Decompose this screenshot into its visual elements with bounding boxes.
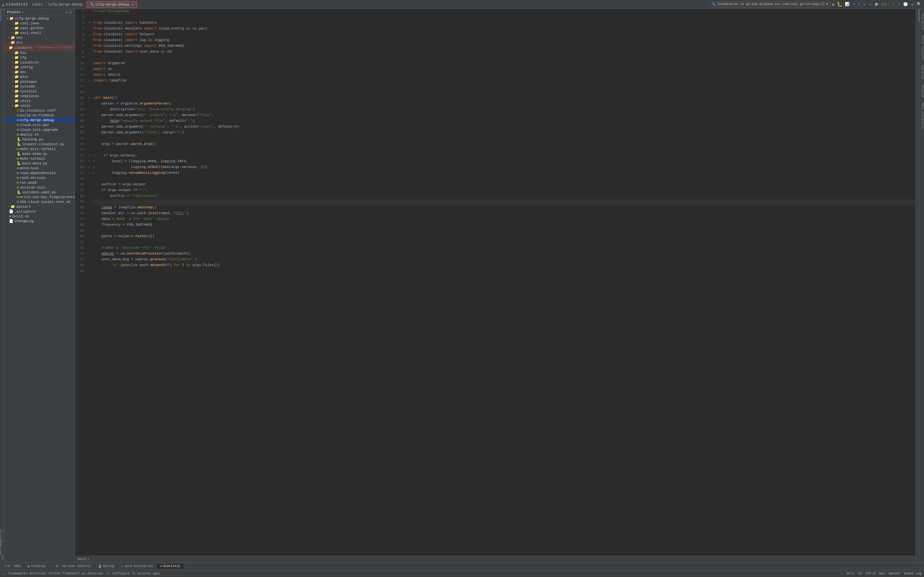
sidebar-item-validate-yaml-py-35[interactable]: 🐍 validate-yaml.py bbox=[5, 190, 75, 195]
sidebar-item-templates-15[interactable]: ▸ 📁 templates bbox=[5, 93, 75, 98]
line-gutter-23[interactable] bbox=[87, 136, 92, 142]
line-gutter-39[interactable] bbox=[87, 228, 92, 234]
bottom-tab-vcs[interactable]: ↑ 9: Version Control bbox=[50, 564, 94, 569]
sidebar-item-cloud-init-upgrade-22[interactable]: ⚙ cloud-init-upgrade bbox=[5, 127, 75, 132]
line-content-46[interactable] bbox=[92, 269, 916, 274]
sidebar-item-uncloud-init-34[interactable]: ⚙ uncloud-init bbox=[5, 185, 75, 190]
nav-file[interactable]: ccfg-merge-debug bbox=[47, 2, 84, 7]
line-gutter-41[interactable] bbox=[87, 240, 92, 245]
sidebar-layout-icon[interactable]: ☰ bbox=[69, 10, 72, 15]
line-content-31[interactable]: outfile = args.output bbox=[92, 182, 916, 188]
fold-marker[interactable]: ⊖ bbox=[88, 171, 90, 174]
activity-project[interactable]: 1-Project bbox=[0, 10, 4, 20]
line-gutter-33[interactable] bbox=[87, 193, 92, 199]
line-content-10[interactable]: import argparse bbox=[92, 61, 916, 67]
line-content-13[interactable]: ⊖import tempfile bbox=[92, 78, 916, 84]
line-gutter-14[interactable] bbox=[87, 84, 92, 90]
line-gutter-25[interactable] bbox=[87, 147, 92, 153]
line-content-22[interactable]: parser.add_argument('files', nargs='+') bbox=[92, 130, 916, 136]
sidebar-item-cool-java-0[interactable]: ▸ 📁 cool.java bbox=[5, 21, 75, 26]
line-gutter-31[interactable] bbox=[87, 182, 92, 188]
scrollbar-gutter[interactable] bbox=[916, 9, 919, 562]
sidebar-item-ebs-3[interactable]: ▸ 📁 ebs bbox=[5, 35, 75, 40]
line-gutter-32[interactable] bbox=[87, 188, 92, 193]
sidebar-item-21-cloudinit-conf-18[interactable]: ⚙ 21-cloudinit.conf bbox=[5, 108, 75, 113]
line-content-17[interactable]: parser = argparse.ArgumentParser( bbox=[92, 101, 916, 107]
sidebar-item-mock-meta-py-29[interactable]: 🐍 mock-meta.py bbox=[5, 161, 75, 166]
bottom-tab-todo[interactable]: ≡ 6: TODO bbox=[1, 564, 24, 569]
right-tab-bean[interactable]: Bean Validation bbox=[919, 100, 924, 131]
sidebar-item-cfg-7[interactable]: ▸ 📁 cfg bbox=[5, 55, 75, 60]
line-content-44[interactable]: user_data_msg = udproc.process("#include… bbox=[92, 257, 916, 263]
git-history-icon[interactable]: 🕐 bbox=[903, 1, 909, 7]
bottom-tab-statistic[interactable]: ● Statistic bbox=[157, 564, 184, 569]
sidebar-item-make-tarball-28[interactable]: ⚙ make-tarball bbox=[5, 156, 75, 161]
line-gutter-26[interactable]: ⊖ bbox=[87, 153, 92, 159]
line-gutter-2[interactable] bbox=[87, 15, 92, 21]
sidebar-item-bin-6[interactable]: ▸ 📁 bin bbox=[5, 50, 75, 55]
right-tab-maven[interactable]: Maven Projects bbox=[919, 33, 924, 63]
line-content-3[interactable]: from cloudinit import handlers bbox=[92, 21, 916, 26]
fold-marker[interactable]: ⊖ bbox=[88, 160, 90, 163]
git-revert-icon[interactable]: ↺ bbox=[911, 1, 914, 7]
fold-marker[interactable]: ⊖ bbox=[88, 79, 90, 82]
line-gutter-9[interactable] bbox=[87, 55, 92, 61]
right-tab-database[interactable]: Database bbox=[919, 63, 924, 82]
sidebar-item-upstart-38[interactable]: ▸ 📁 upstart bbox=[5, 204, 75, 209]
sidebar-item-cool-shell-2[interactable]: ▸ 📁 cool.shell bbox=[5, 31, 75, 35]
line-content-11[interactable]: import os bbox=[92, 67, 916, 73]
line-gutter-20[interactable] bbox=[87, 119, 92, 124]
step-over-button[interactable]: ⤵ bbox=[858, 1, 861, 7]
line-gutter-42[interactable] bbox=[87, 245, 92, 251]
activity-web[interactable]: Web bbox=[0, 553, 4, 562]
sidebar-item-ccfg-merge-debug-20[interactable]: ⚙ ccfg-merge-debug bbox=[5, 118, 75, 122]
tab-close-icon[interactable]: ✕ bbox=[132, 3, 134, 6]
line-gutter-35[interactable] bbox=[87, 205, 92, 211]
line-gutter-4[interactable] bbox=[87, 26, 92, 32]
run-config-selector[interactable]: 🔧 TestReverse in gitlab.alibaba-inc.com/… bbox=[710, 2, 830, 7]
line-content-36[interactable]: handler_dir = os.path.join(tempd, "hdir"… bbox=[92, 211, 916, 217]
event-log-button[interactable]: Event Log bbox=[904, 572, 921, 575]
profile-button[interactable]: ⚡ bbox=[852, 1, 856, 7]
bottom-tab-terminal[interactable]: ▶ Terminal bbox=[25, 564, 49, 569]
line-content-37[interactable]: data = None # the 'init' object bbox=[92, 217, 916, 222]
sidebar-item-z99-cloud-locale-test-sh-37[interactable]: ⚙ Z99-cloud-locale-test.sh bbox=[5, 199, 75, 204]
sidebar-item-hacking-py-24[interactable]: 🐍 hacking.py bbox=[5, 137, 75, 142]
line-content-12[interactable]: import shutil bbox=[92, 73, 916, 78]
run-button[interactable]: ▶ bbox=[832, 2, 835, 7]
sidebar-item-inspect-cloudinit-py-25[interactable]: 🐍 inspect-cloudinit.py bbox=[5, 142, 75, 147]
step-into-button[interactable]: ↙ bbox=[863, 1, 866, 7]
line-gutter-21[interactable] bbox=[87, 124, 92, 130]
sidebar-item-misc-11[interactable]: ▸ 📁 misc bbox=[5, 74, 75, 79]
line-gutter-45[interactable] bbox=[87, 263, 92, 269]
line-content-32[interactable]: if args.output == "-": bbox=[92, 188, 916, 193]
fold-marker[interactable]: ⊖ bbox=[88, 21, 90, 24]
debug-button[interactable]: 🐛 bbox=[837, 2, 842, 7]
line-content-20[interactable]: help="specify output file", default="-") bbox=[92, 119, 916, 124]
sidebar-item-build-sh-40[interactable]: ⚙ build.sh bbox=[5, 214, 75, 219]
line-gutter-17[interactable] bbox=[87, 101, 92, 107]
line-content-18[interactable]: description='test cloud-config merging') bbox=[92, 107, 916, 113]
line-gutter-24[interactable] bbox=[87, 142, 92, 147]
line-content-33[interactable]: outfile = "/dev/stdout" bbox=[92, 193, 916, 199]
line-gutter-22[interactable] bbox=[87, 130, 92, 136]
editor-tab-ccfg[interactable]: 🔧 ccfg-merge-debug ✕ bbox=[86, 1, 137, 8]
line-gutter-6[interactable] bbox=[87, 38, 92, 44]
line-content-21[interactable]: parser.add_argument('--verbose', '-v', a… bbox=[92, 124, 916, 130]
line-content-4[interactable]: from cloudinit.handlers import cloud_con… bbox=[92, 26, 916, 32]
line-content-6[interactable]: from cloudinit import log as logging bbox=[92, 38, 916, 44]
line-content-26[interactable]: ⊖ if args.verbose: bbox=[92, 153, 916, 159]
line-content-40[interactable]: paths = helpers.Paths({}) bbox=[92, 234, 916, 240]
line-content-29[interactable]: ⊖ logging.setupBasicLogging(level) bbox=[92, 171, 916, 176]
line-content-8[interactable]: from cloudinit import user_data as ud bbox=[92, 49, 916, 55]
line-content-42[interactable]: # make a '#include <f1>' style bbox=[92, 245, 916, 251]
sidebar-item-systemd-13[interactable]: ▸ 📁 systemd bbox=[5, 84, 75, 89]
line-gutter-38[interactable] bbox=[87, 222, 92, 228]
sidebar-item-cloudinit-5[interactable]: ▾ 📁 cloudinit ~/Code/work/cloudinit bbox=[5, 45, 75, 50]
sidebar-item-project-root[interactable]: ▶📁ccfg-merge-debug bbox=[5, 16, 75, 21]
line-content-38[interactable]: frequency = PER_INSTANCE bbox=[92, 222, 916, 228]
line-content-7[interactable]: from cloudinit.settings import PER_INSTA… bbox=[92, 44, 916, 49]
line-gutter-46[interactable] bbox=[87, 269, 92, 274]
sidebar-item-read-version-32[interactable]: ⚙ read-version bbox=[5, 175, 75, 180]
line-gutter-16[interactable]: ⊖ bbox=[87, 95, 92, 101]
